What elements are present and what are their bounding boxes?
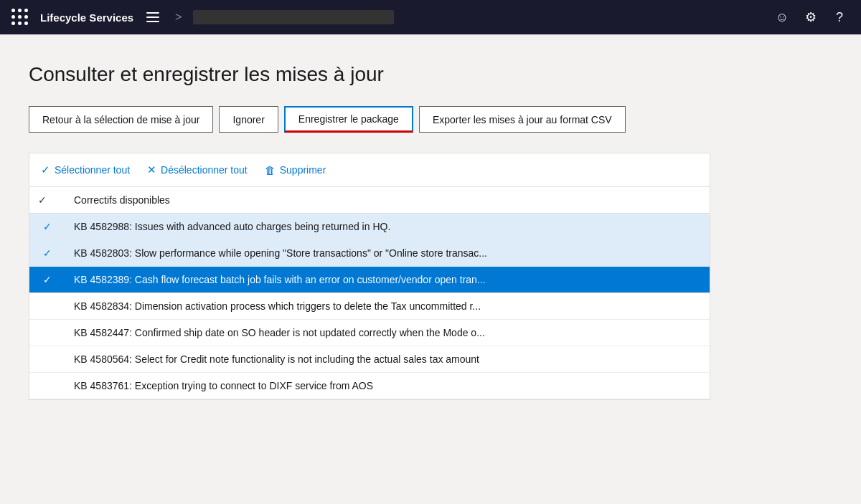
table-toolbar: ✓ Sélectionner tout ✕ Désélectionner tou… <box>29 153 710 187</box>
row-text-cell: KB 4583761: Exception trying to connect … <box>65 373 710 399</box>
row-text-cell: KB 4580564: Select for Credit note funct… <box>65 346 710 373</box>
select-all-button[interactable]: ✓ Sélectionner tout <box>41 163 130 176</box>
table-wrapper: ✓ Correctifs disponibles ✓ KB 4582988: I… <box>29 187 710 399</box>
back-button[interactable]: Retour à la sélection de mise à jour <box>29 106 213 133</box>
table-row[interactable]: KB 4582834: Dimension activation process… <box>29 293 710 320</box>
hamburger-menu-button[interactable] <box>142 8 164 27</box>
breadcrumb-redacted <box>193 10 394 24</box>
row-checkbox-cell[interactable]: ✓ <box>29 214 65 240</box>
table-row[interactable]: ✓ KB 4582988: Issues with advanced auto … <box>29 214 710 240</box>
row-text-cell: KB 4582988: Issues with advanced auto ch… <box>65 214 710 240</box>
select-all-label: Sélectionner tout <box>55 164 130 176</box>
table-row[interactable]: KB 4580564: Select for Credit note funct… <box>29 346 710 373</box>
row-check-icon: ✓ <box>43 274 52 285</box>
row-text-cell: KB 4582389: Cash flow forecast batch job… <box>65 267 710 293</box>
navbar-icons: ☺ ⚙ ? <box>769 4 852 30</box>
table-row[interactable]: ✓ KB 4582389: Cash flow forecast batch j… <box>29 267 710 293</box>
app-title: Lifecycle Services <box>40 11 133 24</box>
row-checkbox-cell[interactable] <box>29 373 65 399</box>
check-header-cell[interactable]: ✓ <box>29 187 65 214</box>
trash-icon: 🗑 <box>265 164 276 176</box>
help-button[interactable]: ? <box>827 4 852 30</box>
row-checkbox-cell[interactable]: ✓ <box>29 267 65 293</box>
row-text-cell: KB 4582447: Confirmed ship date on SO he… <box>65 320 710 346</box>
column-header-fixes: Correctifs disponibles <box>65 187 710 214</box>
delete-button[interactable]: 🗑 Supprimer <box>265 164 326 176</box>
row-text-cell: KB 4582834: Dimension activation process… <box>65 293 710 320</box>
row-checkbox-cell[interactable] <box>29 320 65 346</box>
x-icon: ✕ <box>147 163 156 176</box>
deselect-all-label: Désélectionner tout <box>161 164 248 176</box>
table-section: ✓ Sélectionner tout ✕ Désélectionner tou… <box>29 153 710 400</box>
header-check-icon: ✓ <box>38 194 47 206</box>
delete-label: Supprimer <box>280 164 326 176</box>
breadcrumb-bar <box>193 10 761 24</box>
save-package-button[interactable]: Enregistrer le package <box>284 106 413 133</box>
page-title: Consulter et enregistrer les mises à jou… <box>29 63 832 86</box>
row-checkbox-cell[interactable]: ✓ <box>29 240 65 267</box>
row-check-icon: ✓ <box>43 221 52 232</box>
main-content: Consulter et enregistrer les mises à jou… <box>0 34 861 414</box>
settings-button[interactable]: ⚙ <box>798 4 824 30</box>
table-row[interactable]: KB 4582447: Confirmed ship date on SO he… <box>29 320 710 346</box>
table-row[interactable]: KB 4583761: Exception trying to connect … <box>29 373 710 399</box>
navbar: Lifecycle Services > ☺ ⚙ ? <box>0 0 861 34</box>
feedback-button[interactable]: ☺ <box>769 4 795 30</box>
ignore-button[interactable]: Ignorer <box>219 106 278 133</box>
table-row[interactable]: ✓ KB 4582803: Slow performance while ope… <box>29 240 710 267</box>
row-check-icon: ✓ <box>43 247 52 259</box>
table-header-row: ✓ Correctifs disponibles <box>29 187 710 214</box>
checkmark-icon: ✓ <box>41 163 50 176</box>
apps-launcher-button[interactable] <box>9 6 32 29</box>
breadcrumb-separator: > <box>175 11 182 24</box>
export-csv-button[interactable]: Exporter les mises à jour au format CSV <box>419 106 626 133</box>
row-checkbox-cell[interactable] <box>29 293 65 320</box>
updates-table: ✓ Correctifs disponibles ✓ KB 4582988: I… <box>29 187 710 399</box>
action-buttons-row: Retour à la sélection de mise à jour Ign… <box>29 106 832 133</box>
deselect-all-button[interactable]: ✕ Désélectionner tout <box>147 163 248 176</box>
row-text-cell: KB 4582803: Slow performance while openi… <box>65 240 710 267</box>
row-checkbox-cell[interactable] <box>29 346 65 373</box>
apps-grid-icon <box>11 9 29 26</box>
